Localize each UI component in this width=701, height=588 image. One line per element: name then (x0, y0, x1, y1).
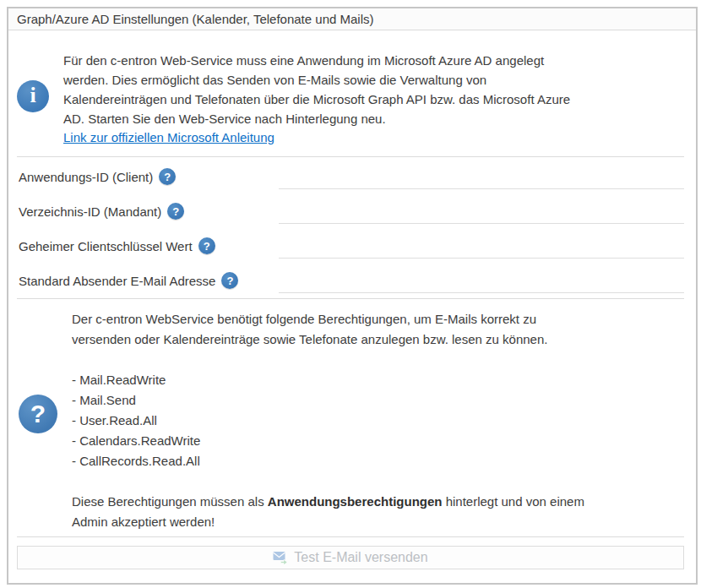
field-input[interactable] (279, 275, 684, 293)
permissions-list: - Mail.ReadWrite- Mail.Send- User.Read.A… (72, 370, 584, 471)
permission-item: - Mail.ReadWrite (72, 370, 584, 390)
note-text: Diese Berechtigungen müssen als (72, 494, 268, 509)
send-email-icon (273, 551, 288, 564)
help-icon[interactable]: ? (159, 168, 176, 185)
field-row: Verzeichnis-ID (Mandant) ? (17, 198, 686, 232)
permissions-block: Der c-entron WebService benötigt folgend… (72, 309, 584, 532)
permission-item: - User.Read.All (72, 411, 584, 431)
note-bold-text: Anwendungsberechtigungen (268, 494, 443, 509)
permissions-intro-line: versenden oder Kalendereinträge sowie Te… (72, 329, 584, 350)
question-icon: ? (19, 395, 57, 433)
form-fields: Anwendungs-ID (Client) ? Verzeichnis-ID … (17, 163, 686, 302)
field-label-group: Geheimer Clientschlüssel Wert ? (19, 237, 215, 254)
field-row: Geheimer Clientschlüssel Wert ? (17, 232, 686, 267)
permissions-intro: Der c-entron WebService benötigt folgend… (72, 309, 584, 350)
permission-item: - Calendars.ReadWrite (72, 431, 584, 451)
test-email-button-label: Test E-Mail versenden (294, 550, 427, 565)
test-email-button[interactable]: Test E-Mail versenden (17, 546, 684, 569)
separator (17, 298, 684, 299)
info-description: Für den c-entron Web-Service muss eine A… (63, 51, 570, 128)
separator (17, 536, 684, 537)
info-text-line: Für den c-entron Web-Service muss eine A… (63, 51, 570, 70)
field-row: Anwendungs-ID (Client) ? (17, 163, 686, 198)
azure-settings-panel: Graph/Azure AD Einstellungen (Kalender, … (7, 7, 698, 585)
field-input[interactable] (279, 240, 684, 259)
help-icon[interactable]: ? (221, 272, 238, 289)
field-label: Standard Absender E-Mail Adresse (19, 274, 215, 288)
spacer (72, 350, 584, 370)
permissions-note-line2: Admin akzeptiert werden! (72, 512, 584, 532)
permissions-intro-line: Der c-entron WebService benötigt folgend… (72, 309, 584, 329)
field-label-group: Standard Absender E-Mail Adresse ? (19, 272, 238, 289)
field-label: Anwendungs-ID (Client) (19, 170, 153, 184)
info-text-line: werden. Dies ermöglicht das Senden von E… (63, 70, 570, 90)
permission-item: - CallRecords.Read.All (72, 451, 584, 471)
help-icon[interactable]: ? (198, 237, 215, 254)
field-row: Standard Absender E-Mail Adresse ? (17, 267, 686, 302)
panel-title: Graph/Azure AD Einstellungen (Kalender, … (17, 12, 373, 26)
spacer (72, 471, 584, 492)
permissions-note: Diese Berechtigungen müssen als Anwendun… (72, 492, 584, 512)
panel-header: Graph/Azure AD Einstellungen (Kalender, … (8, 8, 696, 30)
field-label-group: Anwendungs-ID (Client) ? (19, 168, 176, 185)
info-icon: i (17, 80, 49, 112)
info-text-line: AD. Starten Sie den Web-Service nach Hin… (63, 109, 570, 128)
note-text: hinterlegt und von einem (442, 494, 584, 509)
field-input[interactable] (279, 205, 684, 224)
help-icon[interactable]: ? (167, 203, 184, 220)
field-input[interactable] (279, 171, 684, 189)
field-label: Verzeichnis-ID (Mandant) (19, 204, 161, 219)
info-text-line: Kalendereinträgen und Telefonaten über d… (63, 90, 570, 109)
microsoft-guide-link[interactable]: Link zur offiziellen Microsoft Anleitung (63, 130, 274, 144)
field-label: Geheimer Clientschlüssel Wert (19, 239, 193, 253)
permission-item: - Mail.Send (72, 390, 584, 411)
field-label-group: Verzeichnis-ID (Mandant) ? (19, 203, 184, 220)
separator (17, 156, 684, 157)
